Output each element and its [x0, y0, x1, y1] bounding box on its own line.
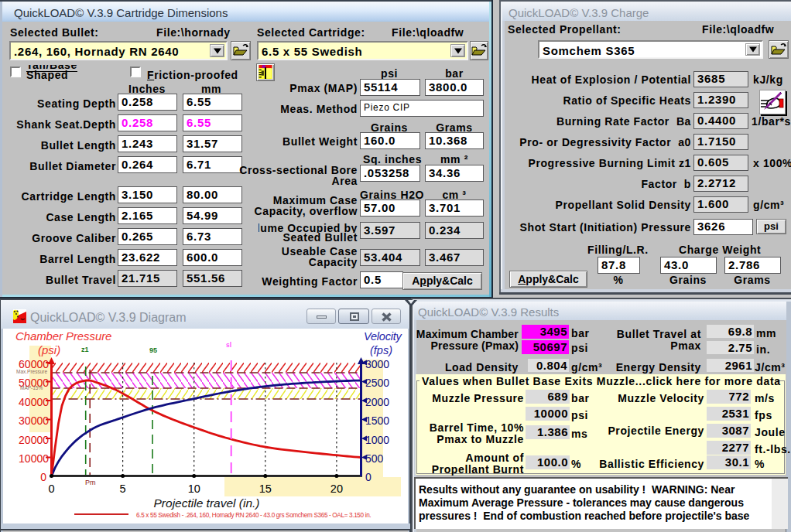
svg-text:(psi): (psi)	[38, 343, 60, 356]
svg-text:20: 20	[330, 483, 343, 495]
svg-text:1000: 1000	[365, 434, 389, 446]
svg-text:sl: sl	[226, 341, 231, 349]
svg-text:Max.Pressure: Max.Pressure	[16, 369, 47, 374]
svg-text:6.5 x 55 Swedish - .264, 160,: 6.5 x 55 Swedish - .264, 160, Hornady RN…	[136, 512, 371, 519]
svg-text:500: 500	[365, 452, 384, 465]
svg-text:MAP-15%: MAP-15%	[20, 385, 43, 390]
svg-text:z1: z1	[81, 346, 89, 353]
svg-text:(fps): (fps)	[370, 344, 392, 356]
svg-text:2500: 2500	[365, 377, 389, 389]
svg-text:20000: 20000	[19, 434, 49, 446]
svg-text:0: 0	[365, 471, 372, 483]
svg-text:1500: 1500	[365, 414, 389, 427]
svg-text:30000: 30000	[19, 414, 49, 427]
svg-text:10: 10	[188, 483, 200, 495]
svg-text:15: 15	[259, 483, 272, 495]
svg-text:40000: 40000	[19, 396, 49, 408]
svg-text:Chamber Pressure: Chamber Pressure	[15, 329, 111, 343]
svg-text:10000: 10000	[19, 452, 49, 465]
svg-text:Pm: Pm	[85, 479, 96, 486]
svg-text:0: 0	[40, 471, 46, 483]
svg-text:2000: 2000	[365, 396, 389, 408]
svg-text:95: 95	[149, 346, 157, 354]
svg-text:3000: 3000	[365, 358, 389, 370]
svg-text:5: 5	[120, 483, 126, 495]
svg-text:0: 0	[48, 483, 54, 495]
svg-text:Projectile travel (in.): Projectile travel (in.)	[154, 496, 260, 510]
svg-text:Velocity: Velocity	[364, 330, 402, 343]
